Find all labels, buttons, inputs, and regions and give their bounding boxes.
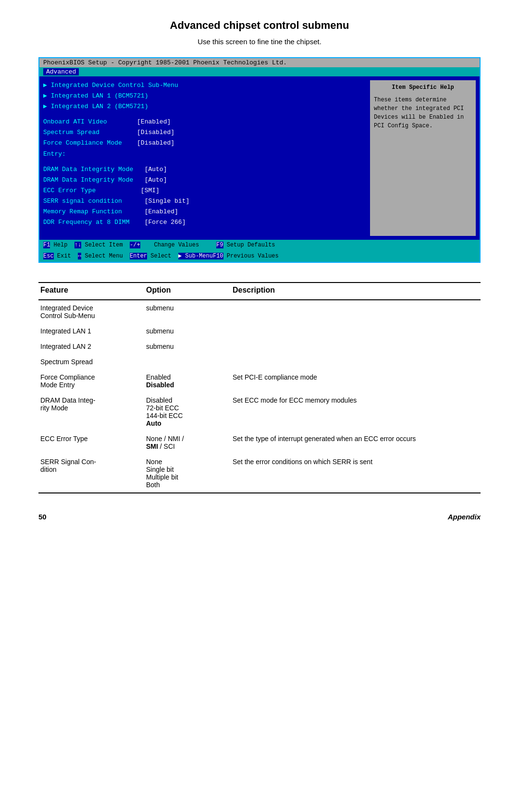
bios-active-menu: Advanced [43,68,79,75]
option-cell: submenu [144,300,231,323]
page-footer: 50 Appendix [38,513,481,521]
description-cell [231,300,481,323]
bios-setting-3: Force Compliance Mode [Disabled] [43,138,365,148]
bios-bottombar1: F1 Help ↑↓ Select Item -/+ Change Values… [39,240,480,251]
option-cell: submenu [144,339,231,354]
bios-left-panel: Integrated Device Control Sub-Menu Integ… [43,80,370,236]
col-option: Option [144,283,231,300]
bios-help-text: These items determine whether the integr… [374,96,472,130]
option-bold: Auto [146,419,161,427]
option-cell: Disabled72-bit ECC144-bit ECC Auto [144,393,231,431]
page-number: 50 [38,513,47,521]
page-subtitle: Use this screen to fine tine the chipset… [38,37,481,46]
table-row: Integrated DeviceControl Sub-Menu submen… [38,300,481,323]
table-row: Spectrum Spread [38,354,481,369]
description-cell: Set PCI-E compliance mode [231,369,481,393]
bios-setting-1: Onboard ATI Video [Enabled] [43,117,365,127]
feature-cell: ECC Error Type [38,431,144,454]
bios-menu-item-2: Integrated LAN 1 (BCM5721) [43,91,365,101]
description-cell: Set the type of interrupt generated when… [231,431,481,454]
bios-content: Integrated Device Control Sub-Menu Integ… [39,76,480,240]
feature-cell: Integrated LAN 1 [38,323,144,339]
bios-setting-2: Spectrum Spread [Disabled] [43,127,365,138]
bios-setting-entry: Entry: [43,149,365,160]
bios-setting-4: DRAM Data Integrity Mode [Auto] [43,164,365,175]
appendix-label: Appendix [448,513,481,521]
col-description: Description [231,283,481,300]
bios-setting-7: SERR signal condition [Single bit] [43,196,365,207]
description-cell [231,354,481,369]
bios-help-panel: Item Specific Help These items determine… [370,80,476,236]
feature-cell: DRAM Data Integ-rity Mode [38,393,144,431]
bios-setting-5: DRAM Data Integrity Mode [Auto] [43,175,365,185]
table-row: Integrated LAN 2 submenu [38,339,481,354]
option-cell [144,354,231,369]
bios-menubar: Advanced [39,67,480,76]
option-bold: SMI [146,443,158,450]
feature-cell: SERR Signal Con-dition [38,454,144,493]
table-body: Integrated DeviceControl Sub-Menu submen… [38,300,481,493]
feature-cell: Spectrum Spread [38,354,144,369]
feature-table: Feature Option Description Integrated De… [38,282,481,493]
bios-setting-8: Memory Remap Function [Enabled] [43,207,365,217]
description-cell [231,339,481,354]
option-cell: NoneSingle bitMultiple bitBoth [144,454,231,493]
bios-setting-9: DDR Frequency at 8 DIMM [Force 266] [43,217,365,228]
table-row: ECC Error Type None / NMI /SMI / SCI Set… [38,431,481,454]
col-feature: Feature [38,283,144,300]
bios-setting-6: ECC Error Type [SMI] [43,185,365,196]
bios-screenshot: PhoenixBIOS Setup - Copyright 1985-2001 … [38,57,481,263]
bios-bottombar2: Esc Exit ↔ Select Menu Enter Select ▶ Su… [39,251,480,262]
feature-cell: Integrated DeviceControl Sub-Menu [38,300,144,323]
option-cell: submenu [144,323,231,339]
description-cell [231,323,481,339]
description-cell: Set ECC mode for ECC memory modules [231,393,481,431]
bios-topbar: PhoenixBIOS Setup - Copyright 1985-2001 … [39,58,480,67]
feature-cell: Integrated LAN 2 [38,339,144,354]
bios-menu-item-1: Integrated Device Control Sub-Menu [43,80,365,91]
bios-menu-item-3: Integrated LAN 2 (BCM5721) [43,101,365,112]
description-cell: Set the error conditions on which SERR i… [231,454,481,493]
table-row: Integrated LAN 1 submenu [38,323,481,339]
table-row: SERR Signal Con-dition NoneSingle bitMul… [38,454,481,493]
bios-help-title: Item Specific Help [374,83,472,92]
option-cell: None / NMI /SMI / SCI [144,431,231,454]
bios-f1-help: F1 Help ↑↓ Select Item -/+ Change Values… [43,242,275,248]
table-header: Feature Option Description [38,283,481,300]
table-row: Force ComplianceMode Entry Enabled Disab… [38,369,481,393]
table-row: DRAM Data Integ-rity Mode Disabled72-bit… [38,393,481,431]
bios-esc-exit: Esc Exit ↔ Select Menu Enter Select ▶ Su… [43,253,279,259]
option-bold: Disabled [146,381,174,389]
page-title: Advanced chipset control submenu [38,19,481,32]
option-cell: Enabled Disabled [144,369,231,393]
feature-cell: Force ComplianceMode Entry [38,369,144,393]
